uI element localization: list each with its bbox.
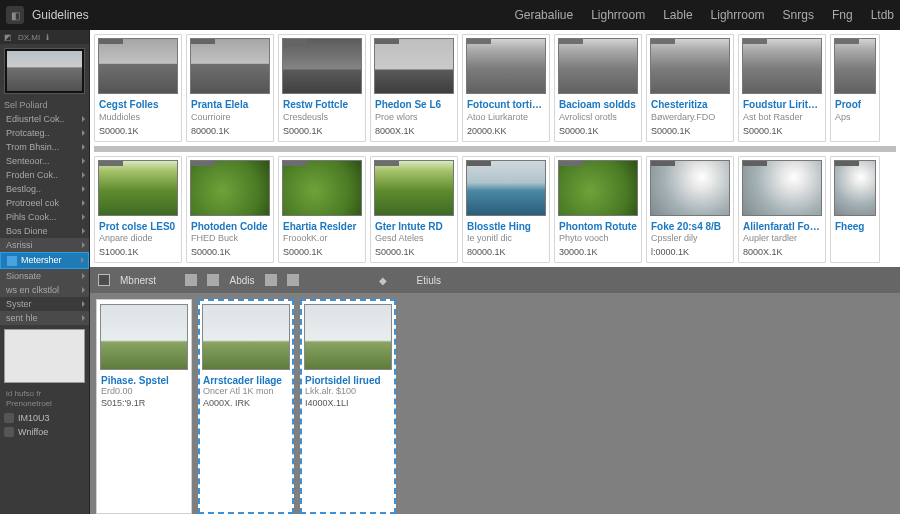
back-icon[interactable]: ◆ bbox=[379, 275, 387, 286]
sidebar-item[interactable]: Pihls Cook... bbox=[0, 210, 89, 224]
sidebar-item[interactable]: Froden Cok.. bbox=[0, 168, 89, 182]
card-title: Pranta Elela bbox=[191, 99, 269, 111]
card-subtitle: Atoo Liurkarote bbox=[467, 112, 545, 122]
asset-card[interactable]: Fotocunt torticisAtoo Liurkarote20000.KK bbox=[462, 34, 550, 142]
card-title: Foudstur Liritoire bbox=[743, 99, 821, 111]
sidebar-group[interactable]: Syster bbox=[0, 297, 89, 311]
sidebar-item[interactable]: Ediusrtel Cok.. bbox=[0, 112, 89, 126]
card-subtitle: FroookK.or bbox=[283, 233, 361, 243]
sidebar-item[interactable]: Senteoor... bbox=[0, 154, 89, 168]
thumbnail bbox=[98, 38, 178, 94]
card-size: 8000X.1K bbox=[743, 247, 821, 257]
sidebar-item[interactable]: sent hle bbox=[0, 311, 89, 325]
card-title: Prot colse LES0 bbox=[99, 221, 177, 233]
card-size: S0000.1K bbox=[375, 247, 453, 257]
card-subtitle: Phyto vooch bbox=[559, 233, 637, 243]
card-size: S0000.1K bbox=[559, 126, 637, 136]
sidebar-item[interactable]: Sionsate bbox=[0, 269, 89, 283]
folder-icon bbox=[4, 413, 14, 423]
sidebar-item[interactable]: ws en clkstlol bbox=[0, 283, 89, 297]
card-subtitle: Cresdeusls bbox=[283, 112, 361, 122]
sidebar-item[interactable]: Bos Dione bbox=[0, 224, 89, 238]
sidebar-items: Ediusrtel Cok.. Protcateg.. Trom Bhsin..… bbox=[0, 112, 89, 238]
sidebar-item[interactable]: Protroeel cok bbox=[0, 196, 89, 210]
sidebar-item-selected[interactable]: Metersher bbox=[0, 252, 89, 269]
layout-icon[interactable] bbox=[265, 274, 277, 286]
asset-card[interactable]: Alilenfaratl FoleeAupler tardler8000X.1K bbox=[738, 156, 826, 264]
asset-card[interactable]: Cegst FollesMuddiolesS0000.1K bbox=[94, 34, 182, 142]
card-subtitle: Gesd Ateles bbox=[375, 233, 453, 243]
sidebar-item[interactable]: Trom Bhsin... bbox=[0, 140, 89, 154]
card-size: 8000X.1K bbox=[375, 126, 453, 136]
arrow-icon[interactable] bbox=[207, 274, 219, 286]
thumbnail bbox=[466, 38, 546, 94]
thumbnail bbox=[558, 38, 638, 94]
asset-card[interactable]: Pranta ElelaCourrioire80000.1K bbox=[186, 34, 274, 142]
card-size: S015:'9.1R bbox=[101, 398, 187, 408]
thumbnail bbox=[190, 38, 270, 94]
tray-card[interactable]: Pihase. SpstelErd0.00S015:'9.1R bbox=[96, 299, 192, 514]
sidebar-item[interactable]: Bestlog.. bbox=[0, 182, 89, 196]
asset-card[interactable]: ChesteritizaBøwerdary.FDOS0000.1K bbox=[646, 34, 734, 142]
sidebar-toolbar: ◩DX.MIℹ bbox=[0, 30, 89, 44]
nav-item[interactable]: Lighrroom bbox=[591, 8, 645, 22]
asset-card[interactable]: Phontom RotutePhyto vooch30000.1K bbox=[554, 156, 642, 264]
asset-card[interactable]: Fheeg bbox=[830, 156, 880, 264]
thumbnail bbox=[650, 160, 730, 216]
grid-icon[interactable] bbox=[287, 274, 299, 286]
sidebar-footer-item[interactable]: Wniffoe bbox=[0, 425, 89, 439]
card-subtitle: Ast bot Rasder bbox=[743, 112, 821, 122]
asset-card[interactable]: Gter Intute RDGesd AtelesS0000.1K bbox=[370, 156, 458, 264]
asset-card[interactable]: Blosstle HingIe yonitl dic80000.1K bbox=[462, 156, 550, 264]
asset-grid: Cegst FollesMuddiolesS0000.1KPranta Elel… bbox=[90, 30, 900, 267]
sidebar-footer-item[interactable]: IM10U3 bbox=[0, 411, 89, 425]
asset-card[interactable]: Ehartia ReslderFroookK.orS0000.1K bbox=[278, 156, 366, 264]
sidebar-swatch[interactable] bbox=[4, 329, 85, 383]
card-title: Arrstcader Iilage bbox=[203, 375, 289, 386]
card-size: S0000.1K bbox=[283, 126, 361, 136]
card-size: 30000.1K bbox=[559, 247, 637, 257]
card-size: S0000.1K bbox=[283, 247, 361, 257]
asset-card[interactable]: Foke 20:s4 8/BCpssler dilyl:0000.1K bbox=[646, 156, 734, 264]
sidebar-preview[interactable] bbox=[4, 48, 85, 94]
top-nav: Gerabaliue Lighrroom Lable Lighrroom Snr… bbox=[514, 8, 894, 22]
asset-card[interactable]: Photoden ColdeFHED BuckS0000.1K bbox=[186, 156, 274, 264]
nav-item[interactable]: Snrgs bbox=[783, 8, 814, 22]
thumbnail bbox=[834, 160, 876, 216]
midbar-label: Abdis bbox=[229, 275, 254, 286]
nav-item[interactable]: Fng bbox=[832, 8, 853, 22]
card-size: I4000X.1LI bbox=[305, 398, 391, 408]
thumbnail bbox=[100, 304, 188, 370]
nav-item[interactable]: Gerabaliue bbox=[514, 8, 573, 22]
asset-card[interactable]: Foudstur LiritoireAst bot RasderS0000.1K bbox=[738, 34, 826, 142]
asset-card[interactable]: ProofAps bbox=[830, 34, 880, 142]
nav-item[interactable]: Lable bbox=[663, 8, 692, 22]
nav-item[interactable]: Lighrroom bbox=[711, 8, 765, 22]
card-subtitle: Avrolicsl orotls bbox=[559, 112, 637, 122]
sidebar-item[interactable]: Protcateg.. bbox=[0, 126, 89, 140]
asset-card[interactable]: Prot colse LES0Anpare diodeS1000.1K bbox=[94, 156, 182, 264]
tray-card[interactable]: Piortsidel liruedLkk.alr. $100I4000X.1LI bbox=[300, 299, 396, 514]
save-icon[interactable] bbox=[185, 274, 197, 286]
midbar-label: Mbnerst bbox=[120, 275, 156, 286]
card-subtitle: Aupler tardler bbox=[743, 233, 821, 243]
card-size: 80000.1K bbox=[191, 126, 269, 136]
asset-card[interactable]: Phedon Se L6Proe wlors8000X.1K bbox=[370, 34, 458, 142]
card-title: Foke 20:s4 8/B bbox=[651, 221, 729, 233]
select-checkbox[interactable] bbox=[98, 274, 110, 286]
card-title: Cegst Folles bbox=[99, 99, 177, 111]
card-size: l:0000.1K bbox=[651, 247, 729, 257]
sidebar-group[interactable]: Asrissi bbox=[0, 238, 89, 252]
card-size: 80000.1K bbox=[467, 247, 545, 257]
card-size: S0000.1K bbox=[743, 126, 821, 136]
card-title: Pihase. Spstel bbox=[101, 375, 187, 386]
asset-card[interactable]: Restw FottcleCresdeuslsS0000.1K bbox=[278, 34, 366, 142]
thumbnail bbox=[202, 304, 290, 370]
card-title: Gter Intute RD bbox=[375, 221, 453, 233]
asset-card[interactable]: Bacioam solddsAvrolicsl orotlsS0000.1K bbox=[554, 34, 642, 142]
card-title: Fheeg bbox=[835, 221, 875, 233]
thumbnail bbox=[374, 38, 454, 94]
nav-item[interactable]: Ltdb bbox=[871, 8, 894, 22]
card-title: Piortsidel lirued bbox=[305, 375, 391, 386]
tray-card[interactable]: Arrstcader IilageOncer Atl 1K monA000X. … bbox=[198, 299, 294, 514]
